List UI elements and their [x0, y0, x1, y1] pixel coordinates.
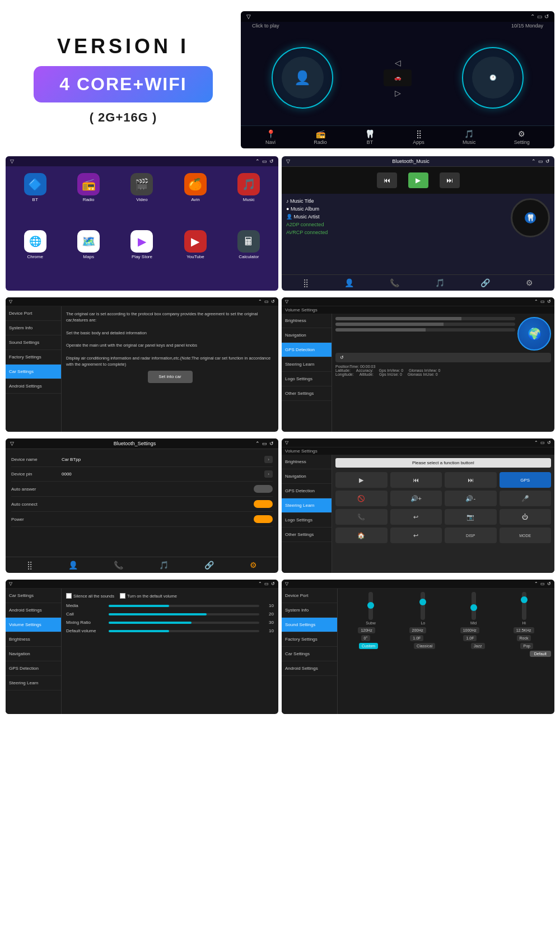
vol-sidebar-steering[interactable]: Steering Learn [6, 676, 61, 690]
vol-sidebar-gps[interactable]: GPS Detection [6, 661, 61, 676]
vol-sidebar-car[interactable]: Car Settings [6, 589, 61, 603]
sidebar-android-settings[interactable]: Android Settings [6, 379, 61, 394]
app-avin[interactable]: 🍊 Avin [170, 173, 220, 227]
car-nav-bt[interactable]: 🦷 BT [365, 129, 375, 145]
eq-0deg-btn[interactable]: 0° [361, 635, 371, 641]
gps-item-brightness[interactable]: Brightness [282, 314, 332, 328]
sidebar-device-port[interactable]: Device Port [6, 306, 61, 321]
eq-jazz-btn[interactable]: Jazz [471, 643, 484, 649]
btsettings-nav-person[interactable]: 👤 [68, 561, 78, 570]
default-volume-checkbox[interactable] [120, 593, 125, 599]
gps-item-navigation[interactable]: Navigation [282, 328, 332, 343]
eq-classical-btn[interactable]: Classical [414, 643, 435, 649]
bt-nav-link-icon[interactable]: 🔗 [480, 278, 490, 287]
steering-vol-up-btn[interactable]: 🔊+ [390, 491, 442, 506]
sidebar-sound-settings[interactable]: Sound Settings [6, 335, 61, 350]
app-calculator[interactable]: 🖩 Calculator [224, 230, 274, 284]
eq-hi-track[interactable] [522, 592, 526, 620]
steering-mic-btn[interactable]: 🎤 [500, 491, 552, 506]
gps-refresh-button[interactable]: ↺ [335, 353, 551, 362]
bt-next-btn[interactable]: ⏭ [440, 172, 460, 188]
btsettings-nav-settings[interactable]: ⚙ [250, 561, 257, 570]
bt-nav-settings-icon[interactable]: ⚙ [526, 278, 533, 287]
steering-back-btn[interactable]: ↩ [390, 528, 442, 543]
bt-auto-answer-toggle[interactable] [254, 485, 273, 493]
eq-sidebar-sound[interactable]: Sound Settings [282, 618, 337, 632]
bt-device-name-arrow[interactable]: › [264, 456, 273, 463]
vol-silence-check[interactable]: Silence all the sounds [66, 593, 114, 599]
eq-sidebar-car[interactable]: Car Settings [282, 647, 337, 661]
eq-rock-btn[interactable]: Rock [517, 635, 531, 641]
vol-call-track[interactable] [109, 613, 259, 615]
gps-item-logo[interactable]: Logo Settings [282, 372, 332, 386]
vol-default-track[interactable] [109, 630, 259, 632]
vol-media-track[interactable] [109, 605, 259, 607]
car-next-btn[interactable]: ▷ [395, 88, 401, 97]
eq-default-button[interactable]: Default [530, 651, 551, 657]
btsettings-nav-link[interactable]: 🔗 [204, 561, 214, 570]
eq-1f-btn2[interactable]: 1.0F [463, 635, 477, 641]
gps-item-other[interactable]: Other Settings [282, 386, 332, 401]
app-playstore[interactable]: ▶ Play Store [117, 230, 167, 284]
steering-call-btn[interactable]: 📞 [335, 509, 388, 525]
steering-gps-btn[interactable]: GPS [500, 472, 552, 488]
app-radio[interactable]: 📻 Radio [63, 173, 113, 227]
steering-play-btn[interactable]: ▶ [335, 472, 388, 488]
bt-nav-music-icon[interactable]: 🎵 [435, 278, 445, 287]
steering-disp-btn[interactable]: DISP [445, 528, 497, 543]
eq-sidebar-android[interactable]: Android Settings [282, 661, 337, 676]
steering-next-btn[interactable]: ⏭ [445, 472, 497, 488]
vol-default-check[interactable]: Turn on the default volume [120, 593, 177, 599]
btsettings-nav-phone[interactable]: 📞 [114, 561, 123, 570]
car-nav-navi[interactable]: 📍 Navi [265, 129, 276, 145]
bt-device-pin-arrow[interactable]: › [264, 470, 273, 478]
sidebar-system-info[interactable]: System Info [6, 321, 61, 335]
eq-125khz-btn[interactable]: 12.5KHz [514, 627, 534, 633]
gps-item-steering[interactable]: Steering Learn [282, 357, 332, 372]
bt-auto-connect-toggle[interactable] [254, 500, 273, 508]
steering-mode-btn[interactable]: MODE [500, 528, 552, 543]
eq-sidebar-system-info[interactable]: System Info [282, 603, 337, 618]
sidebar-factory-settings[interactable]: Factory Settings [6, 350, 61, 365]
set-into-car-button[interactable]: Set into car [148, 371, 193, 383]
steering-sidebar-navigation[interactable]: Navigation [282, 469, 332, 484]
eq-sidebar-factory[interactable]: Factory Settings [282, 632, 337, 647]
eq-subw-track[interactable] [368, 592, 373, 620]
btsettings-nav-grid[interactable]: ⣿ [27, 561, 32, 570]
bt-prev-btn[interactable]: ⏮ [377, 172, 397, 188]
steering-camera-btn[interactable]: 📷 [445, 509, 497, 525]
steering-mute-btn[interactable]: 🚫 [335, 491, 388, 506]
eq-200hz-btn[interactable]: 200Hz [409, 627, 426, 633]
steering-home-btn[interactable]: 🏠 [335, 528, 388, 543]
eq-pop-btn[interactable]: Pop [520, 643, 533, 649]
eq-1f-btn1[interactable]: 1.0F [410, 635, 423, 641]
eq-mid-track[interactable] [472, 592, 476, 620]
car-nav-setting[interactable]: ⚙ Setting [514, 129, 530, 145]
car-nav-music[interactable]: 🎵 Music [463, 129, 476, 145]
vol-sidebar-android[interactable]: Android Settings [6, 603, 61, 618]
steering-sidebar-steering[interactable]: Steering Learn [282, 498, 332, 513]
steering-sidebar-brightness[interactable]: Brightness [282, 455, 332, 469]
app-youtube[interactable]: ▶ YouTube [170, 230, 220, 284]
app-maps[interactable]: 🗺️ Maps [63, 230, 113, 284]
app-chrome[interactable]: 🌐 Chrome [10, 230, 60, 284]
silence-checkbox[interactable] [66, 593, 72, 599]
sidebar-car-settings[interactable]: Car Settings [6, 365, 61, 379]
eq-120hz-btn[interactable]: 120Hz [358, 627, 375, 633]
steering-sidebar-other[interactable]: Other Settings [282, 528, 332, 542]
vol-sidebar-volume[interactable]: Volume Settings [6, 618, 61, 632]
app-video[interactable]: 🎬 Video [117, 173, 167, 227]
eq-sidebar-device-port[interactable]: Device Port [282, 589, 337, 603]
steering-hangup-btn[interactable]: ↩ [390, 509, 442, 525]
vol-mixing-track[interactable] [109, 622, 259, 624]
vol-sidebar-navigation[interactable]: Navigation [6, 647, 61, 661]
steering-vol-dn-btn[interactable]: 🔊- [445, 491, 497, 506]
vol-sidebar-brightness[interactable]: Brightness [6, 632, 61, 647]
btsettings-nav-music[interactable]: 🎵 [159, 561, 169, 570]
bt-nav-grid-icon[interactable]: ⣿ [303, 278, 309, 287]
steering-sidebar-logo[interactable]: Logo Settings [282, 513, 332, 528]
app-music[interactable]: 🎵 Music [224, 173, 274, 227]
bt-play-btn[interactable]: ▶ [408, 172, 428, 188]
bt-nav-person-icon[interactable]: 👤 [344, 278, 354, 287]
eq-1000hz-btn[interactable]: 1000Hz [460, 627, 479, 633]
